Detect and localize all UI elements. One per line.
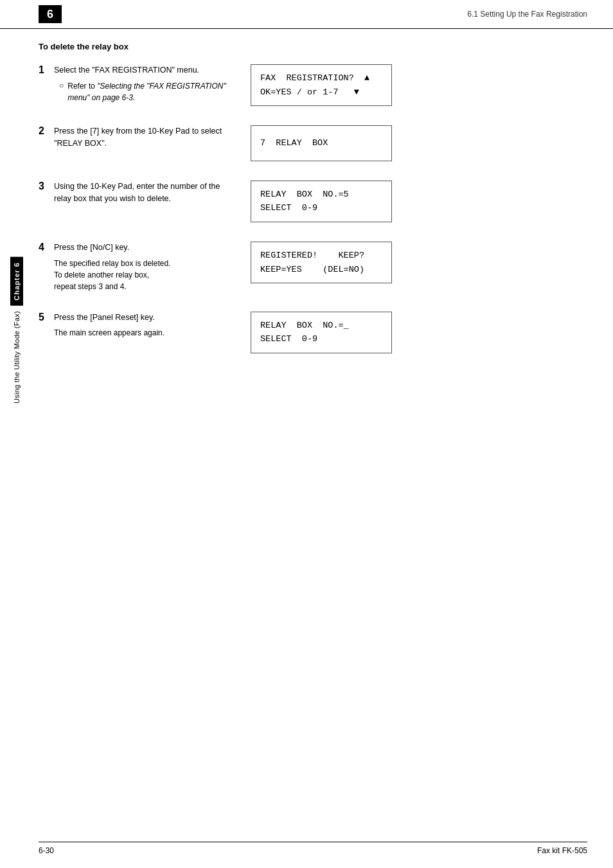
step-1-text: Select the "FAX REGISTRATION" menu.	[54, 64, 231, 76]
step-row-4: 4 Press the [No/C] key. The specified re…	[39, 242, 587, 292]
page-container: 6 6.1 Setting Up the Fax Registration To…	[0, 0, 613, 868]
step-3-text: Using the 10-Key Pad, enter the number o…	[54, 181, 231, 205]
step-3-screen-line1: RELAY BOX NO.=5	[260, 188, 382, 202]
step-4-content: Press the [No/C] key. The specified rela…	[54, 242, 231, 292]
step-row-2: 2 Press the [7] key from the 10-Key Pad …	[39, 125, 587, 161]
step-4-text: Press the [No/C] key.	[54, 242, 231, 254]
all-steps: To delete the relay box 1 Select the "FA…	[0, 29, 613, 424]
step-1-sub: ○ Refer to "Selecting the "FAX REGISTRAT…	[59, 80, 231, 103]
step-1-content: Select the "FAX REGISTRATION" menu. ○ Re…	[54, 64, 231, 103]
step-5-right: RELAY BOX NO.=_ SELECT 0-9	[238, 312, 587, 353]
step-4-screen-line2: KEEP=YES (DEL=NO)	[260, 263, 382, 277]
footer-page: 6-30	[39, 846, 54, 855]
sidebar-container: Chapter 6 Using the Utility Mode (Fax)	[0, 257, 33, 403]
step-4-additional: The specified relay box is deleted.To de…	[54, 258, 231, 292]
step-4-number: 4	[39, 242, 54, 253]
step-5-screen-line2: SELECT 0-9	[260, 332, 382, 346]
step-row-5: 5 Press the [Panel Reset] key. The main …	[39, 312, 587, 353]
step-3-screen: RELAY BOX NO.=5 SELECT 0-9	[251, 181, 392, 222]
step-2-number: 2	[39, 125, 54, 137]
footer-product: Fax kit FK-505	[537, 846, 587, 855]
step-row-1: 1 Select the "FAX REGISTRATION" menu. ○ …	[39, 64, 587, 106]
step-3-content: Using the 10-Key Pad, enter the number o…	[54, 181, 231, 208]
step-2-text: Press the [7] key from the 10-Key Pad to…	[54, 125, 231, 150]
step-5-number: 5	[39, 312, 54, 323]
step-5-text: Press the [Panel Reset] key.	[54, 312, 231, 324]
step-1-subtext: Refer to "Selecting the "FAX REGISTRATIO…	[67, 80, 231, 103]
step-5-left: 5 Press the [Panel Reset] key. The main …	[39, 312, 238, 339]
chapter-badge: 6	[39, 5, 62, 23]
step-4-left: 4 Press the [No/C] key. The specified re…	[39, 242, 238, 292]
step-5-screen: RELAY BOX NO.=_ SELECT 0-9	[251, 312, 392, 353]
step-1-number: 1	[39, 64, 54, 76]
step-1-bullet: ○	[59, 81, 64, 90]
step-1-left: 1 Select the "FAX REGISTRATION" menu. ○ …	[39, 64, 238, 103]
header-bar: 6 6.1 Setting Up the Fax Registration	[0, 0, 613, 29]
step-2-screen: 7 RELAY BOX	[251, 125, 392, 161]
step-3-left: 3 Using the 10-Key Pad, enter the number…	[39, 181, 238, 208]
step-2-content: Press the [7] key from the 10-Key Pad to…	[54, 125, 231, 152]
step-1-screen: FAX REGISTRATION? ▲ OK=YES / or 1-7 ▼	[251, 64, 392, 106]
step-2-left: 2 Press the [7] key from the 10-Key Pad …	[39, 125, 238, 152]
step-3-number: 3	[39, 181, 54, 192]
step-row-3: 3 Using the 10-Key Pad, enter the number…	[39, 181, 587, 222]
step-2-screen-line1: 7 RELAY BOX	[260, 136, 382, 150]
step-1-screen-line2: OK=YES / or 1-7 ▼	[260, 85, 382, 100]
step-4-screen-line1: REGISTERED! KEEP?	[260, 249, 382, 263]
sidebar-chapter-label: Chapter 6	[10, 257, 23, 306]
section-title: To delete the relay box	[39, 42, 587, 51]
step-1-screen-line1: FAX REGISTRATION? ▲	[260, 71, 382, 85]
step-5-content: Press the [Panel Reset] key. The main sc…	[54, 312, 231, 339]
step-2-right: 7 RELAY BOX	[238, 125, 587, 161]
step-4-right: REGISTERED! KEEP? KEEP=YES (DEL=NO)	[238, 242, 587, 283]
step-5-screen-line1: RELAY BOX NO.=_	[260, 319, 382, 333]
step-1-right: FAX REGISTRATION? ▲ OK=YES / or 1-7 ▼	[238, 64, 587, 106]
header-title: 6.1 Setting Up the Fax Registration	[75, 10, 587, 19]
sidebar-using-label: Using the Utility Mode (Fax)	[13, 311, 21, 403]
step-5-additional: The main screen appears again.	[54, 327, 231, 339]
step-4-screen: REGISTERED! KEEP? KEEP=YES (DEL=NO)	[251, 242, 392, 283]
footer: 6-30 Fax kit FK-505	[39, 842, 587, 855]
step-3-screen-line2: SELECT 0-9	[260, 201, 382, 215]
step-3-right: RELAY BOX NO.=5 SELECT 0-9	[238, 181, 587, 222]
